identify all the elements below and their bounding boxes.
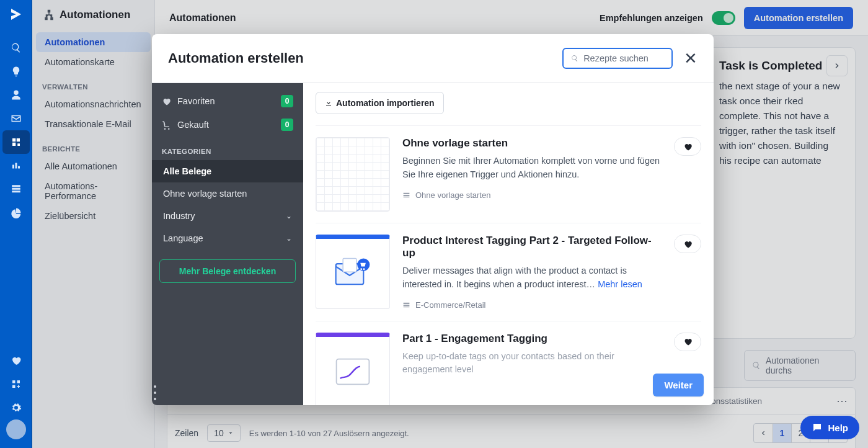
modal-title: Automation erstellen <box>168 50 304 66</box>
recipe-thumbnail-blank <box>316 137 390 212</box>
favorite-button[interactable] <box>674 333 701 351</box>
modal-main: Automation importieren Ohne vorlage star… <box>303 83 714 405</box>
recipe-title: Part 1 - Engagement Tagging <box>402 333 662 345</box>
automation-icon[interactable] <box>2 130 30 154</box>
resize-handle[interactable] <box>154 385 160 400</box>
heart-icon <box>683 240 693 249</box>
sidebar-favorites[interactable]: Favoriten 0 <box>152 89 303 113</box>
sidebar-purchased[interactable]: Gekauft 0 <box>152 113 303 137</box>
search-icon <box>571 54 578 63</box>
help-button[interactable]: Help <box>800 416 859 439</box>
import-automation-button[interactable]: Automation importieren <box>316 92 444 114</box>
recipe-search[interactable] <box>562 48 673 69</box>
reports-icon[interactable] <box>2 177 30 201</box>
contacts-icon[interactable] <box>2 83 30 107</box>
recipe-description: Beginnen Sie mit Ihrer Automation komple… <box>402 155 662 182</box>
purchased-count: 0 <box>281 119 293 131</box>
modal-sidebar: Favoriten 0 Gekauft 0 KATEGORIEN Alle Be… <box>152 83 303 405</box>
recipe-description: Keep up-to-date tags on your contacts ba… <box>402 350 662 377</box>
recipe-item[interactable]: Part 1 - Engagement Tagging Keep up-to-d… <box>316 321 701 406</box>
close-icon[interactable]: ✕ <box>684 50 698 66</box>
favorite-button[interactable] <box>674 137 701 156</box>
import-button-label: Automation importieren <box>336 98 435 108</box>
chat-icon <box>812 422 823 433</box>
search-icon[interactable] <box>2 36 30 60</box>
modal-header: Automation erstellen ✕ <box>152 34 714 83</box>
create-automation-modal: Automation erstellen ✕ Favoriten 0 Gekau… <box>152 34 714 405</box>
favorites-label: Favoriten <box>177 96 215 106</box>
recipe-search-input[interactable] <box>583 53 664 63</box>
envelope-icon[interactable] <box>2 107 30 130</box>
recipe-description: Deliver messages that align with the pro… <box>402 264 662 292</box>
read-more-link[interactable]: Mehr lesen <box>598 279 642 289</box>
recipe-item[interactable]: Product Interest Tagging Part 2 - Target… <box>316 223 701 321</box>
icon-rail <box>0 0 32 448</box>
category-icon <box>402 191 410 199</box>
recipe-tag-label: E-Commerce/Retail <box>415 300 485 310</box>
recipe-tag-label: Ohne vorlage starten <box>415 190 490 200</box>
recipe-title: Product Interest Tagging Part 2 - Target… <box>402 235 662 259</box>
category-language-label: Language <box>163 233 203 243</box>
svg-rect-1 <box>343 259 356 272</box>
category-icon <box>402 301 410 309</box>
recipe-item[interactable]: Ohne vorlage starten Beginnen Sie mit Ih… <box>316 125 701 223</box>
category-ohne-vorlage[interactable]: Ohne vorlage starten <box>152 182 303 205</box>
category-language[interactable]: Language⌄ <box>152 227 303 249</box>
envelope-cart-icon <box>330 251 375 296</box>
recipe-tag: E-Commerce/Retail <box>402 300 662 310</box>
categories-label: KATEGORIEN <box>152 137 303 160</box>
category-alle-belege[interactable]: Alle Belege <box>152 160 303 182</box>
heart-icon <box>683 337 693 346</box>
pie-icon[interactable] <box>2 201 30 225</box>
heart-icon[interactable] <box>2 349 30 372</box>
recipe-thumbnail-engagement <box>316 333 390 406</box>
gear-icon[interactable] <box>2 396 30 419</box>
chevron-down-icon: ⌄ <box>286 234 292 243</box>
lightbulb-icon[interactable] <box>2 60 30 83</box>
category-industry[interactable]: Industry⌄ <box>152 205 303 227</box>
recipe-thumbnail-ecommerce <box>316 235 390 309</box>
continue-button[interactable]: Weiter <box>653 374 704 396</box>
recipe-tag: Ohne vorlage starten <box>402 190 662 200</box>
cart-icon <box>162 120 171 130</box>
avatar[interactable] <box>6 419 26 439</box>
heart-icon <box>683 142 693 151</box>
download-icon <box>325 99 332 107</box>
category-industry-label: Industry <box>163 211 195 221</box>
chart-window-icon <box>334 356 371 387</box>
discover-more-button[interactable]: Mehr Belege entdecken <box>159 259 296 283</box>
heart-icon <box>162 97 171 106</box>
apps-icon[interactable] <box>2 372 30 396</box>
help-label: Help <box>828 423 848 433</box>
activecampaign-logo <box>8 6 24 22</box>
recipe-title: Ohne vorlage starten <box>402 137 662 150</box>
favorites-count: 0 <box>281 95 293 107</box>
chevron-down-icon: ⌄ <box>286 212 292 220</box>
purchased-label: Gekauft <box>177 120 209 130</box>
favorite-button[interactable] <box>674 235 701 253</box>
deals-icon[interactable] <box>2 154 30 177</box>
recipe-desc-text: Deliver messages that align with the pro… <box>402 266 627 289</box>
